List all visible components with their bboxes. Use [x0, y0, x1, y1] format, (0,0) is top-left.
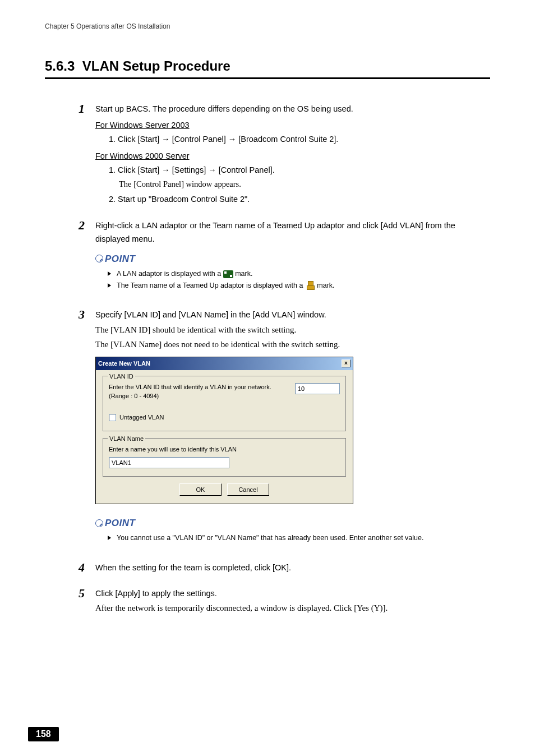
vlan-id-description: Enter the VLAN ID that will identify a V…: [109, 383, 284, 400]
step-5-text: Click [Apply] to apply the settings.: [95, 587, 490, 600]
lan-adaptor-icon: [223, 270, 233, 278]
win2000-item-2: 2. Start up "Broadcom Control Suite 2".: [109, 193, 490, 206]
win2003-item-1: 1. Click [Start] → [Control Panel] → [Br…: [109, 133, 490, 146]
heading-win2000: For Windows 2000 Server: [95, 150, 490, 163]
heading-win2003: For Windows Server 2003: [95, 119, 490, 132]
dialog-title: Create New VLAN: [98, 359, 150, 369]
vlan-name-description: Enter a name you will use to identify th…: [109, 445, 340, 454]
point-icon: [95, 519, 103, 527]
point-item: The Team name of a Teamed Up adaptor is …: [108, 280, 490, 291]
dialog-titlebar: Create New VLAN ×: [96, 357, 353, 371]
section-number: 5.6.3: [45, 58, 75, 73]
section-name: VLAN Setup Procedure: [82, 58, 230, 73]
team-adaptor-icon: [305, 281, 315, 290]
point-item: A LAN adaptor is displayed with a mark.: [108, 269, 490, 279]
vlan-name-groupbox: VLAN Name Enter a name you will use to i…: [103, 438, 346, 477]
vlan-name-input[interactable]: [109, 457, 229, 468]
untagged-vlan-label: Untagged VLAN: [119, 413, 164, 423]
triangle-icon: [108, 271, 111, 276]
point-label: POINT: [105, 515, 135, 531]
step-2: 2 Right-click a LAN adaptor or the Team …: [45, 218, 490, 296]
untagged-vlan-checkbox[interactable]: [109, 414, 116, 421]
step-number: 5: [79, 586, 95, 616]
point-text-1b: mark.: [233, 270, 253, 278]
step-5: 5 Click [Apply] to apply the settings. A…: [45, 586, 490, 616]
step-4: 4 When the setting for the team is compl…: [45, 560, 490, 575]
step-1: 1 Start up BACS. The procedure differs d…: [45, 102, 490, 207]
point-icon: [95, 255, 103, 262]
win2000-note-1: The [Control Panel] window appears.: [109, 178, 490, 191]
page-number: 158: [28, 727, 59, 741]
point-text-2b: mark.: [315, 282, 335, 289]
step-3-note-1: The [VLAN ID] should be identical with t…: [95, 323, 490, 336]
win2000-item-1: 1. Click [Start] → [Settings] → [Control…: [109, 164, 490, 177]
step-5-note: After the network is temporarily disconn…: [95, 601, 490, 615]
point-text-3: You cannot use a "VLAN ID" or "VLAN Name…: [117, 533, 423, 543]
point-text-2a: The Team name of a Teamed Up adaptor is …: [117, 282, 305, 289]
point-label: POINT: [105, 251, 135, 266]
section-title: 5.6.3 VLAN Setup Procedure: [45, 58, 490, 79]
point-block: POINT A LAN adaptor is displayed with a …: [95, 251, 490, 291]
step-1-text: Start up BACS. The procedure differs dep…: [95, 103, 490, 116]
point-item: You cannot use a "VLAN ID" or "VLAN Name…: [108, 533, 490, 543]
ok-button[interactable]: OK: [179, 483, 222, 496]
step-number: 4: [79, 560, 95, 575]
step-2-text: Right-click a LAN adaptor or the Team na…: [95, 219, 490, 245]
step-number: 2: [79, 218, 95, 296]
step-number: 1: [79, 102, 95, 207]
point-block: POINT You cannot use a "VLAN ID" or "VLA…: [95, 515, 490, 543]
triangle-icon: [108, 536, 111, 540]
step-3: 3 Specify [VLAN ID] and [VLAN Name] in t…: [45, 307, 490, 548]
chapter-header: Chapter 5 Operations after OS Installati…: [45, 22, 490, 30]
triangle-icon: [108, 283, 111, 288]
cancel-button[interactable]: Cancel: [227, 483, 269, 496]
step-3-note-2: The [VLAN Name] does not need to be iden…: [95, 338, 490, 351]
point-text-1a: A LAN adaptor is displayed with a: [117, 270, 223, 278]
step-4-text: When the setting for the team is complet…: [95, 561, 490, 574]
vlan-id-groupbox: VLAN ID Enter the VLAN ID that will iden…: [103, 376, 346, 431]
create-vlan-dialog: Create New VLAN × VLAN ID Enter the VLAN…: [95, 357, 353, 504]
step-number: 3: [79, 307, 95, 548]
dialog-close-button[interactable]: ×: [342, 359, 350, 367]
vlan-id-group-label: VLAN ID: [108, 372, 135, 382]
vlan-name-group-label: VLAN Name: [108, 434, 145, 444]
step-3-text: Specify [VLAN ID] and [VLAN Name] in the…: [95, 308, 490, 321]
vlan-id-input[interactable]: [295, 383, 340, 394]
